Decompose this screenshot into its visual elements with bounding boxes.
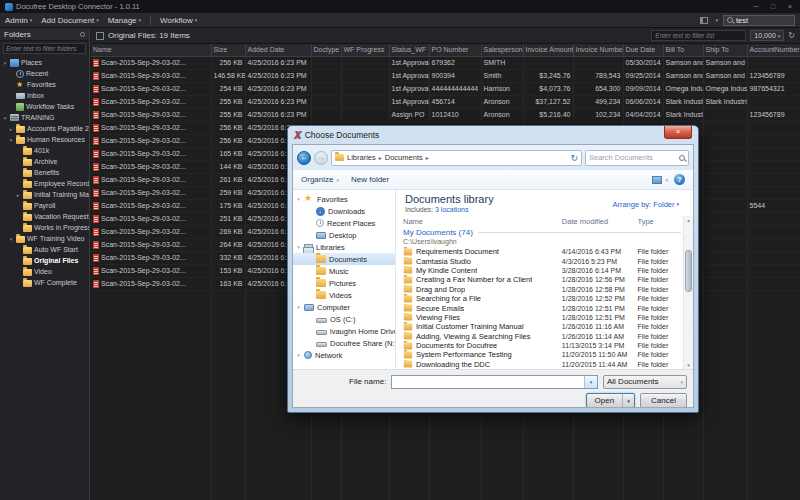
column-header-invoice-numbers[interactable]: Invoice Numbers <box>573 44 623 56</box>
file-row[interactable]: Drag and Drop1/28/2016 12:58 PMFile fold… <box>403 285 681 294</box>
dialog-sidebar-item-downloads[interactable]: Downloads <box>293 205 395 217</box>
expander-icon[interactable]: ▸ <box>8 126 14 132</box>
forward-button[interactable]: → <box>314 151 328 165</box>
menu-manage[interactable]: Manage▾ <box>108 16 141 25</box>
file-row[interactable]: My Kindle Content3/28/2016 6:14 PMFile f… <box>403 266 681 275</box>
folder-filter-input[interactable] <box>6 45 83 52</box>
file-row[interactable]: Initial Customer Training Manual1/26/201… <box>403 322 681 331</box>
global-search-input[interactable] <box>736 16 791 25</box>
expander-icon[interactable]: ▾ <box>8 137 14 143</box>
sidebar-item-wf-complete[interactable]: WF Complete <box>0 277 89 288</box>
expander-icon[interactable]: ▾ <box>296 196 301 202</box>
column-header-po-number[interactable]: PO Number <box>429 44 481 56</box>
sidebar-item-accounts-payable-2[interactable]: ▸Accounts Payable 2 <box>0 123 89 134</box>
table-row[interactable]: Scan-2015-Sep-29-03-02...255 KB4/25/2016… <box>91 108 800 121</box>
sidebar-item-works-in-progress[interactable]: Works in Progress <box>0 222 89 233</box>
back-button[interactable]: ← <box>297 151 311 165</box>
breadcrumb-item-libraries[interactable]: Libraries <box>347 153 376 162</box>
open-button[interactable]: Open ▾ <box>586 393 636 408</box>
table-row[interactable]: Scan-2015-Sep-29-03-02...256 KB4/25/2016… <box>91 56 800 69</box>
sidebar-item-workflow-tasks[interactable]: Workflow Tasks <box>0 101 89 112</box>
expander-icon[interactable]: ▾ <box>2 115 8 121</box>
menu-workflow[interactable]: Workflow▾ <box>160 16 197 25</box>
sidebar-item-favorites[interactable]: Favorites <box>0 79 89 90</box>
sidebar-item-wf-training-video[interactable]: ▾WF Training Video <box>0 233 89 244</box>
global-search-box[interactable] <box>723 15 795 26</box>
dialog-sidebar-item-pictures[interactable]: Pictures <box>293 277 395 289</box>
maximize-button[interactable]: □ <box>768 3 778 10</box>
table-row[interactable]: Scan-2015-Sep-29-03-02...255 KB4/25/2016… <box>91 95 800 108</box>
refresh-icon[interactable]: ↻ <box>788 31 795 40</box>
expander-icon[interactable]: ▾ <box>296 244 301 250</box>
sidebar-item-archive[interactable]: Archive <box>0 156 89 167</box>
chevron-down-icon[interactable]: ▾ <box>622 394 634 407</box>
file-row[interactable]: Adding, Viewing & Searching Files1/26/20… <box>403 332 681 341</box>
pin-icon[interactable] <box>80 32 85 37</box>
file-row[interactable]: Viewing Files1/28/2016 12:51 PMFile fold… <box>403 313 681 322</box>
file-row[interactable]: Secure Emails1/28/2016 12:51 PMFile fold… <box>403 303 681 312</box>
dialog-sidebar-item-desktop[interactable]: Desktop <box>293 229 395 241</box>
file-row[interactable]: Camtasia Studio4/3/2016 5:23 PMFile fold… <box>403 256 681 265</box>
sidebar-item-employee-records[interactable]: Employee Records <box>0 178 89 189</box>
dialog-close-button[interactable]: × <box>664 126 692 139</box>
file-name-input[interactable] <box>392 376 584 388</box>
chevron-down-icon[interactable]: ▾ <box>715 17 718 23</box>
dialog-sidebar-item-favorites[interactable]: ▾Favorites <box>293 193 395 205</box>
dialog-sidebar-item-libraries[interactable]: ▾Libraries <box>293 241 395 253</box>
close-button[interactable]: × <box>785 3 795 10</box>
column-header-date-modified[interactable]: Date modified <box>562 217 638 226</box>
breadcrumb[interactable]: Libraries▸Documents▸ ↻ <box>331 150 582 166</box>
file-type-dropdown[interactable]: All Documents ▾ <box>603 375 687 389</box>
dialog-sidebar-item-os-c[interactable]: OS (C:) <box>293 313 395 325</box>
group-header[interactable]: My Documents (74) <box>403 228 473 237</box>
file-row[interactable]: Creating a Fax Number for a Client1/28/2… <box>403 275 681 284</box>
expander-icon[interactable]: ▾ <box>2 60 8 66</box>
dialog-sidebar-item-documents[interactable]: Documents <box>293 253 395 265</box>
column-header-due-date[interactable]: Due Date <box>623 44 663 56</box>
page-size-dropdown[interactable]: 10,000 ▾ <box>750 30 784 41</box>
sidebar-item-places[interactable]: ▾Places <box>0 57 89 68</box>
help-icon[interactable]: ? <box>674 174 685 185</box>
scroll-down-icon[interactable]: ▾ <box>687 361 690 369</box>
sidebar-item-recent[interactable]: Recent <box>0 68 89 79</box>
expander-icon[interactable]: ▾ <box>8 236 14 242</box>
sidebar-item-auto-wf-start[interactable]: Auto WF Start <box>0 244 89 255</box>
file-row[interactable]: System Performance Testing11/20/2015 11:… <box>403 350 681 359</box>
column-header-name[interactable]: Name <box>403 217 562 226</box>
sidebar-item-original-files[interactable]: Original Files <box>0 255 89 266</box>
change-view-button[interactable]: ▾ <box>652 176 668 184</box>
sidebar-item-human-resources[interactable]: ▾Human Resources <box>0 134 89 145</box>
dialog-sidebar-item-network[interactable]: ▾Network <box>293 349 395 361</box>
refresh-icon[interactable]: ↻ <box>570 153 578 163</box>
minimize-button[interactable]: ─ <box>751 3 761 10</box>
sidebar-item-inbox[interactable]: Inbox <box>0 90 89 101</box>
sidebar-item-payroll[interactable]: Payroll <box>0 200 89 211</box>
file-row[interactable]: Requirements Document4/14/2016 6:43 PMFi… <box>403 247 681 256</box>
column-header-ship-to[interactable]: Ship To <box>703 44 747 56</box>
menu-add-document[interactable]: Add Document▾ <box>41 16 98 25</box>
breadcrumb-item-documents[interactable]: Documents <box>385 153 423 162</box>
dialog-sidebar-item-lvaughn-home-drive-h[interactable]: lvaughn Home Drive (H:) <box>293 325 395 337</box>
sidebar-item-training[interactable]: ▾TRAINING <box>0 112 89 123</box>
file-row[interactable]: Documents for Docufree11/13/2015 3:14 PM… <box>403 341 681 350</box>
new-folder-button[interactable]: New folder <box>351 175 389 184</box>
column-header-salesperson[interactable]: Salesperson <box>481 44 523 56</box>
locations-link[interactable]: 3 locations <box>435 206 468 213</box>
arrange-by-dropdown[interactable]: Arrange by: Folder ▾ <box>612 195 679 213</box>
column-header-wf-progress[interactable]: WF Progress <box>341 44 389 56</box>
dialog-sidebar-item-computer[interactable]: ▾Computer <box>293 301 395 313</box>
expander-icon[interactable]: ▸ <box>15 192 21 198</box>
scrollbar-thumb[interactable] <box>685 250 692 292</box>
column-header-doctype[interactable]: Doctype <box>311 44 341 56</box>
sidebar-item-initial-training-materials[interactable]: ▸Initial Training Materials <box>0 189 89 200</box>
cancel-button[interactable]: Cancel <box>640 393 687 408</box>
organize-button[interactable]: Organize ▾ <box>301 175 339 184</box>
dialog-sidebar-item-music[interactable]: Music <box>293 265 395 277</box>
scrollbar[interactable]: ▴ ▾ <box>683 216 693 369</box>
column-header-type[interactable]: Type <box>638 217 682 226</box>
sidebar-item-benefits[interactable]: Benefits <box>0 167 89 178</box>
column-header-name[interactable]: Name <box>91 44 211 56</box>
table-row[interactable]: Scan-2015-Sep-29-03-02...146.58 KB4/25/2… <box>91 69 800 82</box>
column-header-invoice-amounts[interactable]: Invoice Amounts <box>523 44 573 56</box>
dialog-sidebar-item-videos[interactable]: Videos <box>293 289 395 301</box>
